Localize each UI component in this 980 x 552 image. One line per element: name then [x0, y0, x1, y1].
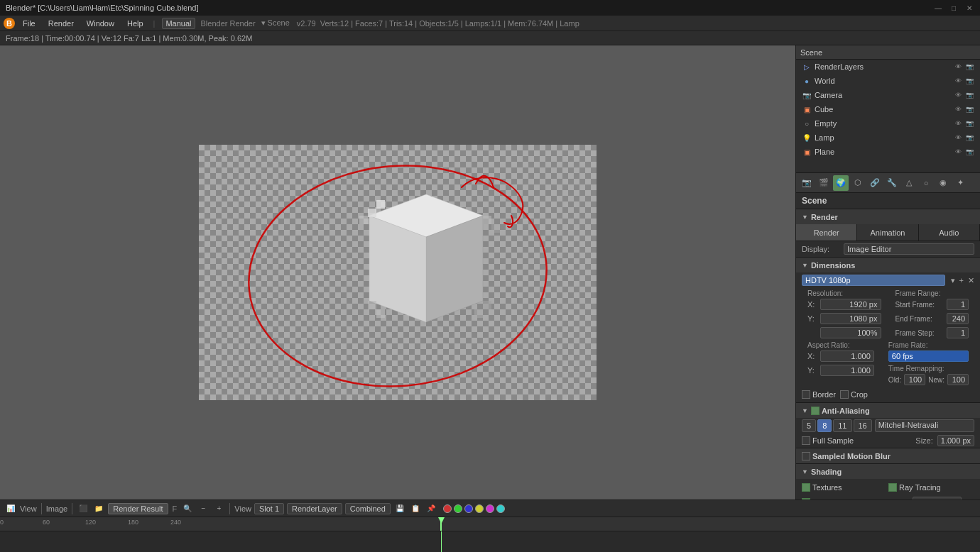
res-pct-value[interactable]: 100%: [820, 327, 881, 338]
render-layer-select[interactable]: RenderLayer: [287, 503, 342, 514]
raytracing-label[interactable]: Ray Tracing: [888, 480, 974, 495]
border-checkbox[interactable]: [802, 390, 810, 399]
maximize-button[interactable]: □: [949, 3, 959, 13]
shading-section-header[interactable]: ▼ Shading: [796, 463, 980, 479]
eye-icon-lamp[interactable]: 👁: [953, 133, 963, 143]
tab-render[interactable]: Render: [796, 224, 857, 241]
eye-icon-empty[interactable]: 👁: [953, 118, 963, 128]
close-button[interactable]: ✕: [964, 3, 974, 13]
old-val[interactable]: 100: [904, 374, 925, 385]
combined-select[interactable]: Combined: [345, 503, 391, 514]
save-icon[interactable]: 💾: [393, 502, 406, 515]
image-label[interactable]: Image: [46, 504, 68, 513]
res-x-value[interactable]: 1920 px: [820, 299, 881, 310]
prop-icon-data[interactable]: △: [901, 175, 917, 191]
copy-icon[interactable]: 📋: [409, 502, 422, 515]
prop-icon-render[interactable]: 📷: [799, 175, 815, 191]
frame-step-value[interactable]: 1: [947, 327, 969, 338]
eye-icon-plane[interactable]: 👁: [953, 147, 963, 157]
view-label[interactable]: View: [20, 504, 37, 513]
tab-animation[interactable]: Animation: [857, 224, 918, 241]
aa-filter[interactable]: Mitchell-Netravali: [875, 419, 974, 432]
aa-checkbox[interactable]: [811, 407, 820, 415]
eye-icon-world[interactable]: 👁: [953, 76, 963, 86]
tab-audio[interactable]: Audio: [919, 224, 980, 241]
size-value[interactable]: 1.000 px: [937, 435, 974, 446]
folder-icon[interactable]: 📁: [92, 502, 105, 515]
aa-btn-8[interactable]: 8: [817, 419, 832, 432]
render-icon-world[interactable]: 📷: [964, 76, 974, 86]
render-icon-cube[interactable]: 📷: [964, 104, 974, 114]
red-circle-btn[interactable]: [443, 504, 452, 513]
render-icon-camera[interactable]: 📷: [964, 90, 974, 100]
render-result-select[interactable]: Render Result: [108, 503, 168, 514]
alpha-value[interactable]: Transparent: [913, 497, 962, 499]
prop-icon-scene[interactable]: 🎬: [816, 175, 832, 191]
render-section-header[interactable]: ▼ Render: [796, 209, 980, 224]
menu-help[interactable]: Help: [121, 18, 149, 29]
prop-icon-object[interactable]: ⬡: [850, 175, 866, 191]
prop-icon-modifiers[interactable]: 🔧: [884, 175, 900, 191]
aa-btn-16[interactable]: 16: [854, 419, 872, 432]
prop-icon-particles[interactable]: ✦: [952, 175, 968, 191]
zoom-icon[interactable]: 🔍: [181, 502, 194, 515]
render-icon[interactable]: 📷: [964, 62, 974, 72]
outliner-item-camera[interactable]: 📷 Camera 👁 📷: [796, 88, 980, 102]
outliner-item-cube[interactable]: ▣ Cube 👁 📷: [796, 102, 980, 116]
start-frame-value[interactable]: 1: [947, 299, 969, 310]
crop-checkbox-label[interactable]: Crop: [840, 390, 868, 399]
timeline-ruler[interactable]: 0 60 120 180 240: [0, 517, 980, 531]
shadows-label[interactable]: Shadows: [802, 495, 888, 499]
new-val[interactable]: 100: [947, 374, 969, 385]
hdtv-preset[interactable]: HDTV 1080p: [802, 275, 945, 286]
mode-selector[interactable]: Manual: [162, 18, 195, 29]
textures-label[interactable]: Textures: [802, 480, 888, 495]
aa-section-header[interactable]: ▼ Anti-Aliasing: [796, 402, 980, 418]
fps-value[interactable]: 60 fps: [888, 350, 969, 362]
motion-blur-checkbox[interactable]: [802, 452, 810, 460]
motion-blur-header[interactable]: Sampled Motion Blur: [796, 448, 980, 463]
menu-render[interactable]: Render: [43, 18, 80, 29]
full-sample-checkbox-label[interactable]: Full Sample: [802, 436, 854, 445]
render-icon-empty[interactable]: 📷: [964, 118, 974, 128]
slot-select[interactable]: Slot 1: [254, 503, 284, 514]
prop-icon-texture[interactable]: ◉: [935, 175, 951, 191]
hdtv-dropdown[interactable]: ▾: [951, 276, 955, 285]
display-value[interactable]: Image Editor: [844, 243, 974, 255]
magenta-circle-btn[interactable]: [486, 504, 494, 513]
shadows-cb[interactable]: [802, 498, 810, 499]
hdtv-add[interactable]: +: [959, 276, 964, 285]
eye-icon[interactable]: 👁: [953, 62, 963, 72]
outliner-item-empty[interactable]: ○ Empty 👁 📷: [796, 116, 980, 131]
aa-btn-11[interactable]: 11: [833, 419, 851, 432]
yellow-circle-btn[interactable]: [475, 504, 484, 513]
editor-type-icon[interactable]: 📊: [4, 502, 17, 515]
cyan-circle-btn[interactable]: [496, 504, 505, 513]
motion-blur-checkbox-label[interactable]: Sampled Motion Blur: [802, 452, 891, 460]
outliner-item-lamp[interactable]: 💡 Lamp 👁 📷: [796, 131, 980, 145]
menu-file[interactable]: File: [17, 18, 41, 29]
paste-icon[interactable]: 📌: [425, 502, 437, 515]
border-checkbox-label[interactable]: Border: [802, 390, 836, 399]
full-sample-checkbox[interactable]: [802, 436, 810, 445]
zoom-in-icon[interactable]: +: [212, 502, 225, 515]
zoom-out-icon[interactable]: −: [197, 502, 209, 515]
crop-checkbox[interactable]: [840, 390, 849, 399]
prop-icon-constraints[interactable]: 🔗: [867, 175, 883, 191]
outliner-item-plane[interactable]: ▣ Plane 👁 📷: [796, 145, 980, 159]
hdtv-delete[interactable]: ✕: [968, 276, 974, 285]
new-icon[interactable]: ⬛: [77, 502, 89, 515]
aspect-y-value[interactable]: 1.000: [820, 365, 874, 376]
textures-cb[interactable]: [802, 483, 810, 492]
viewport[interactable]: [0, 45, 795, 499]
timeline-content[interactable]: [0, 531, 980, 552]
aa-btn-5[interactable]: 5: [802, 419, 816, 432]
green-circle-btn[interactable]: [454, 504, 462, 513]
render-icon-plane[interactable]: 📷: [964, 147, 974, 157]
prop-icon-material[interactable]: ○: [918, 175, 934, 191]
raytracing-cb[interactable]: [888, 483, 897, 492]
dimensions-section-header[interactable]: ▼ Dimensions: [796, 257, 980, 272]
view2-label[interactable]: View: [234, 504, 251, 513]
blue-circle-btn[interactable]: [464, 504, 473, 513]
aspect-x-value[interactable]: 1.000: [820, 350, 874, 362]
